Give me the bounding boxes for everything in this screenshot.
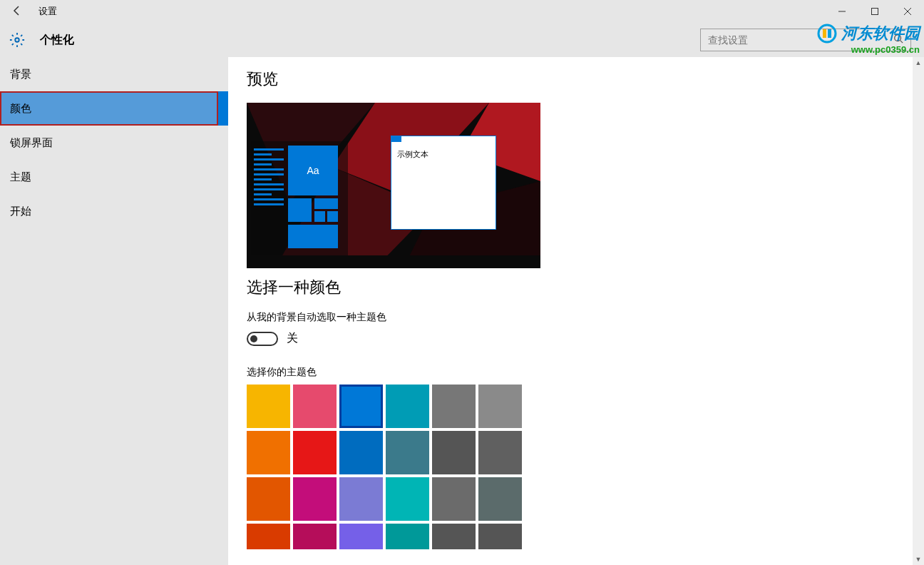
content-area: 预览 Aa [228, 57, 924, 565]
color-swatch[interactable] [432, 431, 476, 474]
sidebar-item-lockscreen[interactable]: 锁屏界面 [0, 126, 228, 160]
preview-sample-window: 示例文本 [391, 136, 496, 230]
color-swatch[interactable] [247, 431, 290, 474]
color-swatch[interactable] [478, 385, 522, 428]
preview-sample-text: 示例文本 [391, 142, 496, 160]
color-swatch[interactable] [386, 524, 429, 549]
sidebar-item-label: 主题 [10, 170, 31, 184]
color-swatch[interactable] [432, 385, 476, 428]
svg-point-4 [15, 38, 19, 42]
color-swatch[interactable] [293, 524, 337, 549]
sidebar-item-colors[interactable]: 颜色 [0, 91, 218, 126]
preview-thumbnail: Aa 示例文本 [247, 103, 540, 268]
header: 个性化 [0, 23, 924, 57]
preview-tile-large: Aa [288, 146, 338, 195]
back-button[interactable] [0, 5, 34, 19]
color-swatch[interactable] [293, 477, 337, 521]
preview-start-menu: Aa [251, 141, 348, 255]
color-swatch[interactable] [386, 431, 429, 474]
gear-icon [9, 31, 26, 49]
color-swatch[interactable] [293, 431, 337, 474]
auto-pick-toggle[interactable] [247, 332, 278, 346]
sidebar-item-label: 开始 [10, 205, 31, 218]
window-title: 设置 [34, 5, 57, 18]
color-swatch[interactable] [339, 385, 383, 428]
color-swatch[interactable] [432, 477, 476, 521]
color-swatch[interactable] [478, 477, 522, 521]
sidebar-item-themes[interactable]: 主题 [0, 160, 228, 194]
color-swatch[interactable] [432, 524, 476, 549]
titlebar: 设置 [0, 0, 924, 23]
color-swatch[interactable] [478, 524, 522, 549]
sidebar-item-background[interactable]: 背景 [0, 57, 228, 91]
preview-heading: 预览 [247, 68, 924, 90]
color-swatch[interactable] [386, 385, 429, 428]
color-swatch[interactable] [247, 477, 290, 521]
sidebar-item-label: 背景 [10, 68, 31, 81]
color-swatch-grid [247, 385, 525, 549]
search-icon [893, 34, 903, 46]
color-swatch[interactable] [339, 477, 383, 521]
minimize-button[interactable] [826, 0, 858, 23]
search-input[interactable] [708, 34, 893, 46]
maximize-button[interactable] [858, 0, 891, 23]
svg-point-5 [895, 35, 901, 41]
toggle-state-label: 关 [287, 331, 298, 346]
sidebar-accent-indicator [218, 91, 228, 126]
vertical-scrollbar[interactable]: ▲ ▼ [913, 57, 924, 565]
color-swatch[interactable] [478, 431, 522, 474]
color-swatch[interactable] [293, 385, 337, 428]
sidebar-item-label: 锁屏界面 [10, 136, 53, 150]
sidebar: 背景 颜色 锁屏界面 主题 开始 [0, 57, 228, 565]
pick-accent-label: 选择你的主题色 [247, 366, 924, 379]
color-swatch[interactable] [339, 431, 383, 474]
auto-pick-label: 从我的背景自动选取一种主题色 [247, 311, 924, 324]
color-swatch[interactable] [247, 385, 290, 428]
sidebar-item-label: 颜色 [10, 102, 31, 116]
color-swatch[interactable] [386, 477, 429, 521]
sidebar-item-start[interactable]: 开始 [0, 194, 228, 228]
pick-color-heading: 选择一种颜色 [247, 277, 924, 298]
color-swatch[interactable] [339, 524, 383, 549]
scroll-down-arrow[interactable]: ▼ [913, 554, 924, 565]
svg-line-6 [900, 41, 903, 44]
close-button[interactable] [891, 0, 924, 23]
svg-rect-1 [872, 9, 878, 15]
color-swatch[interactable] [247, 524, 290, 549]
scroll-up-arrow[interactable]: ▲ [913, 57, 924, 68]
page-title: 个性化 [40, 33, 74, 48]
search-box[interactable] [700, 29, 911, 51]
